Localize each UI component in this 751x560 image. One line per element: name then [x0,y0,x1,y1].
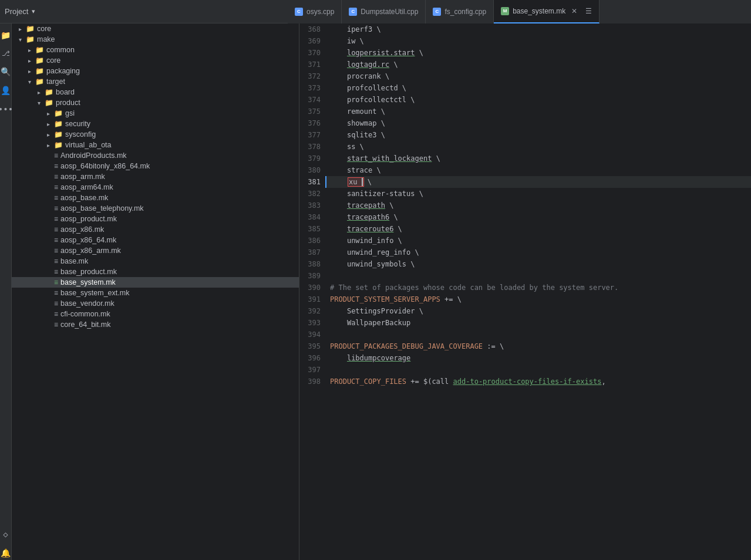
bell-icon[interactable]: 🔔 [0,546,13,560]
project-panel-header: Project ▾ [0,7,288,16]
tree-item-aosp-arm64-mk[interactable]: ≡aosp_arm64.mk [12,182,299,193]
project-chevron[interactable]: ▾ [32,8,35,15]
file-icon: ≡ [54,215,58,223]
tree-item-label: core [46,56,60,65]
tabs-menu-icon[interactable]: ☰ [585,7,592,15]
tree-item-common-dir[interactable]: ▸📁common [12,45,299,55]
code-line-397 [325,364,751,376]
tree-item-base-system-mk[interactable]: ≡base_system.mk [12,277,299,288]
cpp-icon: C [295,8,303,16]
tab-label: fs_config.cpp [444,8,486,16]
folder-icon: 📁 [45,88,53,96]
tree-item-virtual-ab-ota-dir[interactable]: ▸📁virtual_ab_ota [12,140,299,150]
tree-item-core-dir[interactable]: ▸📁core [12,23,299,34]
tree-item-aosp-x86-arm-mk[interactable]: ≡aosp_x86_arm.mk [12,245,299,256]
tree-item-base-system-ext-mk[interactable]: ≡base_system_ext.mk [12,288,299,298]
tree-item-base-mk[interactable]: ≡base.mk [12,256,299,266]
top-bar: Project ▾ Cosys.cppCDumpstateUtil.cppCfs… [0,0,751,23]
tree-item-aosp64-mk[interactable]: ≡aosp_64bitonly_x86_64.mk [12,161,299,171]
tree-item-core-dir2[interactable]: ▸📁core [12,55,299,66]
code-line-388: unwind_symbols \ [325,258,751,270]
line-number: 380 [307,164,321,176]
tree-item-label: virtual_ab_ota [65,141,112,149]
project-label: Project [5,7,28,16]
line-number: 398 [307,376,321,387]
tree-item-packaging-dir[interactable]: ▸📁packaging [12,66,299,76]
line-number: 383 [307,200,321,211]
tree-item-aosp-x86-64-mk[interactable]: ≡aosp_x86_64.mk [12,235,299,245]
tab-close-button[interactable]: ✕ [571,7,577,15]
tree-item-core-64-bit-mk[interactable]: ≡core_64_bit.mk [12,319,299,330]
file-icon: ≡ [54,183,58,191]
code-line-373: profcollectd \ [325,82,751,94]
code-line-392: SettingsProvider \ [325,305,751,317]
tree-item-aosp-base-mk[interactable]: ≡aosp_base.mk [12,193,299,203]
search-icon[interactable]: 🔍 [0,65,13,79]
tree-item-label: aosp_arm64.mk [60,183,113,191]
file-tree: ▸📁core▾📁make▸📁common▸📁core▸📁packaging▾📁t… [12,23,299,560]
line-number: 389 [307,270,321,282]
tree-item-gsi-dir[interactable]: ▸📁gsi [12,108,299,119]
code-line-395: PRODUCT_PACKAGES_DEBUG_JAVA_COVERAGE := … [325,340,751,352]
line-number: 370 [307,47,321,59]
code-line-380: strace \ [325,164,751,176]
line-number: 388 [307,258,321,270]
tree-item-board-dir[interactable]: ▸📁board [12,87,299,97]
tree-arrow: ▾ [26,79,33,85]
tree-item-product-dir[interactable]: ▾📁product [12,97,299,108]
tree-item-cfi-common-mk[interactable]: ≡cfi-common.mk [12,309,299,319]
tree-item-aosp-base-telephony-mk[interactable]: ≡aosp_base_telephony.mk [12,203,299,214]
tree-item-base-vendor-mk[interactable]: ≡base_vendor.mk [12,298,299,309]
tab-fs-config-cpp[interactable]: Cfs_config.cpp [426,0,494,23]
line-number: 397 [307,364,321,376]
git-icon[interactable]: ⎇ [0,47,12,60]
tab-label: osys.cpp [307,8,334,16]
line-number: 369 [307,35,321,47]
line-number: 372 [307,70,321,82]
tree-item-androidproducts-mk[interactable]: ≡AndroidProducts.mk [12,150,299,161]
line-number: 393 [307,317,321,329]
tree-item-sysconfig-dir[interactable]: ▸📁sysconfig [12,129,299,140]
tree-item-aosp-product-mk[interactable]: ≡aosp_product.mk [12,214,299,224]
file-icon: ≡ [54,194,58,202]
code-line-396: libdumpcoverage [325,352,751,364]
file-icon: ≡ [54,257,58,265]
tree-item-base-product-mk[interactable]: ≡base_product.mk [12,266,299,277]
line-number: 376 [307,117,321,129]
cpp-icon: C [433,8,441,16]
tree-arrow: ▸ [16,26,23,32]
code-line-383: tracepath \ [325,200,751,211]
tree-item-label: core_64_bit.mk [60,321,110,329]
tree-item-label: cfi-common.mk [60,310,110,318]
tree-item-aosp-arm-mk[interactable]: ≡aosp_arm.mk [12,171,299,182]
folder-icon[interactable]: 📁 [0,28,13,42]
code-editor[interactable]: 3683693703713723733743753763773783793803… [299,23,751,560]
tab-dumpstate-cpp[interactable]: CDumpstateUtil.cpp [342,0,426,23]
folder-icon: 📁 [26,25,35,33]
tree-item-make-dir[interactable]: ▾📁make [12,34,299,45]
folder-icon: 📁 [35,46,44,54]
file-icon: ≡ [54,162,58,170]
line-number: 392 [307,305,321,317]
tab-osys-cpp[interactable]: Cosys.cpp [288,0,342,23]
line-number: 375 [307,106,321,117]
tree-arrow: ▸ [35,89,42,96]
file-icon: ≡ [54,299,58,308]
line-number: 387 [307,247,321,258]
tree-item-label: packaging [46,67,80,75]
code-line-370: logpersist.start \ [325,47,751,59]
tab-base-system-mk[interactable]: Mbase_system.mk✕☰ [494,0,600,23]
tree-item-label: aosp_x86_arm.mk [60,247,121,255]
tree-item-label: base_system_ext.mk [60,289,129,297]
tree-item-aosp-x86-mk[interactable]: ≡aosp_x86.mk [12,224,299,235]
user-icon[interactable]: 👤 [0,83,13,97]
tree-item-label: AndroidProducts.mk [60,151,127,160]
tree-item-label: target [46,77,65,86]
tree-item-security-dir[interactable]: ▸📁security [12,119,299,129]
diamond-icon[interactable]: ◇ [1,527,10,541]
folder-icon: 📁 [35,67,44,75]
line-number: 379 [307,153,321,164]
line-number: 373 [307,82,321,94]
tree-item-target-dir[interactable]: ▾📁target [12,76,299,87]
file-icon: ≡ [54,173,58,181]
